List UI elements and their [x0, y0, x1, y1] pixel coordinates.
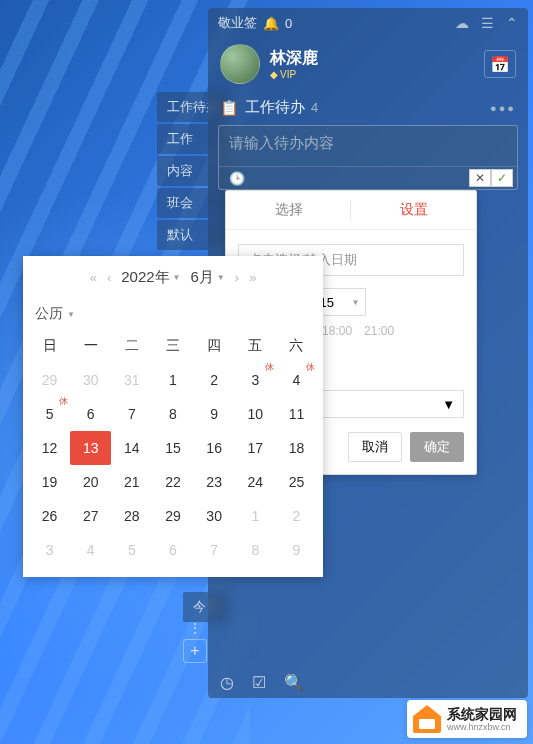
- vip-badge: ◆ VIP: [270, 69, 318, 80]
- calendar-day[interactable]: 1: [235, 499, 276, 533]
- calendar-dow: 二: [111, 329, 152, 363]
- app-title: 敬业签: [218, 14, 257, 32]
- year-select[interactable]: 2022年▼: [121, 268, 180, 287]
- calendar-day[interactable]: 8: [235, 533, 276, 567]
- calendar-day[interactable]: 27: [70, 499, 111, 533]
- app-header: 敬业签 🔔 0 ☁ ☰ ⌃: [208, 8, 528, 38]
- calendar-dow: 四: [194, 329, 235, 363]
- tab-settings[interactable]: 设置: [351, 191, 476, 229]
- confirm-button[interactable]: 确定: [410, 432, 464, 462]
- calendar-type-select[interactable]: 公历▼: [23, 299, 323, 329]
- calendar-day[interactable]: 3: [29, 533, 70, 567]
- more-vert-icon[interactable]: ⋮: [188, 625, 202, 631]
- notification-count: 0: [285, 16, 292, 31]
- calendar-day[interactable]: 22: [152, 465, 193, 499]
- holiday-mark: 休: [59, 395, 68, 408]
- calendar-day[interactable]: 1: [152, 363, 193, 397]
- calendar-day[interactable]: 2: [194, 363, 235, 397]
- avatar[interactable]: [220, 44, 260, 84]
- diamond-icon: ◆: [270, 69, 278, 80]
- check-icon[interactable]: ☑: [252, 673, 266, 692]
- month-select[interactable]: 6月▼: [191, 268, 225, 287]
- calendar-day[interactable]: 11: [276, 397, 317, 431]
- tab-select[interactable]: 选择: [226, 191, 351, 229]
- collapse-icon[interactable]: ⌃: [506, 15, 518, 31]
- calendar-day[interactable]: 17: [235, 431, 276, 465]
- calendar-day[interactable]: 8: [152, 397, 193, 431]
- watermark-sub: www.hnzxbw.cn: [447, 722, 517, 732]
- cancel-button[interactable]: 取消: [348, 432, 402, 462]
- calendar-day[interactable]: 30: [70, 363, 111, 397]
- calendar-day[interactable]: 7: [111, 397, 152, 431]
- next-month-icon[interactable]: ›: [235, 270, 239, 285]
- schedule-icon[interactable]: 🕒: [229, 171, 245, 186]
- calendar-day[interactable]: 14: [111, 431, 152, 465]
- calendar-day[interactable]: 6: [70, 397, 111, 431]
- calendar-day[interactable]: 3休: [235, 363, 276, 397]
- calendar-day[interactable]: 13: [70, 431, 111, 465]
- input-confirm-button[interactable]: ✓: [491, 169, 513, 187]
- section-count: 4: [311, 100, 318, 115]
- calendar-day[interactable]: 24: [235, 465, 276, 499]
- calendar-day[interactable]: 6: [152, 533, 193, 567]
- calendar-dow: 五: [235, 329, 276, 363]
- section-more-icon[interactable]: ●●●: [490, 102, 516, 114]
- calendar-day[interactable]: 4休: [276, 363, 317, 397]
- clock-icon[interactable]: ◷: [220, 673, 234, 692]
- calendar-day[interactable]: 26: [29, 499, 70, 533]
- calendar-day[interactable]: 23: [194, 465, 235, 499]
- section-header: 📋 工作待办 4 ●●●: [208, 90, 528, 125]
- calendar-day[interactable]: 29: [29, 363, 70, 397]
- calendar-grid: 日一二三四五六293031123休4休5休6789101112131415161…: [23, 329, 323, 567]
- calendar-day[interactable]: 31: [111, 363, 152, 397]
- add-button[interactable]: +: [183, 639, 207, 663]
- calendar-day[interactable]: 2: [276, 499, 317, 533]
- clipboard-icon: 📋: [220, 99, 239, 117]
- profile-row: 林深鹿 ◆ VIP 📅: [208, 38, 528, 90]
- calendar-day[interactable]: 16: [194, 431, 235, 465]
- calendar-day[interactable]: 10: [235, 397, 276, 431]
- holiday-mark: 休: [265, 361, 274, 374]
- calendar-day[interactable]: 15: [152, 431, 193, 465]
- menu-icon[interactable]: ☰: [481, 15, 494, 31]
- search-icon[interactable]: 🔍: [284, 673, 304, 692]
- calendar-day[interactable]: 19: [29, 465, 70, 499]
- watermark: 系统家园网 www.hnzxbw.cn: [407, 700, 527, 738]
- calendar-day[interactable]: 12: [29, 431, 70, 465]
- calendar-panel: « ‹ 2022年▼ 6月▼ › » 公历▼ 日一二三四五六293031123休…: [23, 256, 323, 577]
- calendar-day[interactable]: 29: [152, 499, 193, 533]
- calendar-day[interactable]: 28: [111, 499, 152, 533]
- todo-input[interactable]: 请输入待办内容: [219, 126, 517, 166]
- calendar-day[interactable]: 9: [276, 533, 317, 567]
- input-cancel-button[interactable]: ✕: [469, 169, 491, 187]
- quick-time-3[interactable]: 21:00: [364, 324, 394, 338]
- calendar-dow: 三: [152, 329, 193, 363]
- calendar-day[interactable]: 5: [111, 533, 152, 567]
- next-year-icon[interactable]: »: [249, 270, 256, 285]
- calendar-toggle-icon[interactable]: 📅: [484, 50, 516, 78]
- section-title: 工作待办: [245, 98, 305, 117]
- calendar-day[interactable]: 30: [194, 499, 235, 533]
- house-icon: [413, 705, 441, 733]
- calendar-dow: 日: [29, 329, 70, 363]
- watermark-title: 系统家园网: [447, 706, 517, 722]
- calendar-day[interactable]: 18: [276, 431, 317, 465]
- todo-input-card: 请输入待办内容 🕒 ✕ ✓: [218, 125, 518, 190]
- calendar-dow: 一: [70, 329, 111, 363]
- prev-month-icon[interactable]: ‹: [107, 270, 111, 285]
- bell-icon[interactable]: 🔔: [263, 16, 279, 31]
- calendar-day[interactable]: 4: [70, 533, 111, 567]
- bottom-toolbar: ◷ ☑ 🔍: [220, 673, 304, 692]
- holiday-mark: 休: [306, 361, 315, 374]
- calendar-dow: 六: [276, 329, 317, 363]
- quick-time-2[interactable]: 18:00: [322, 324, 352, 338]
- cloud-icon[interactable]: ☁: [455, 15, 469, 31]
- prev-year-icon[interactable]: «: [90, 270, 97, 285]
- calendar-day[interactable]: 25: [276, 465, 317, 499]
- calendar-day[interactable]: 5休: [29, 397, 70, 431]
- calendar-day[interactable]: 20: [70, 465, 111, 499]
- calendar-day[interactable]: 7: [194, 533, 235, 567]
- user-name: 林深鹿: [270, 48, 318, 69]
- calendar-day[interactable]: 9: [194, 397, 235, 431]
- calendar-day[interactable]: 21: [111, 465, 152, 499]
